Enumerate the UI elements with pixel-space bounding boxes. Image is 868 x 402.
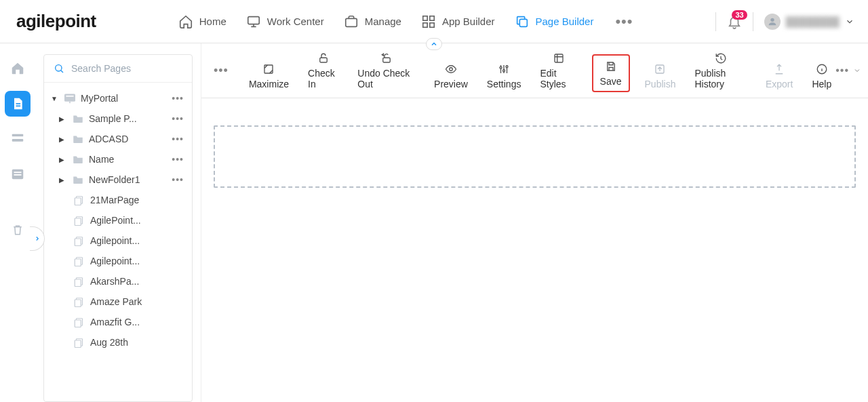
tree-page[interactable]: Amazfit G... (47, 312, 189, 332)
tree-label: Agilepoint... (90, 235, 185, 246)
tree-page[interactable]: 21MarPage (47, 190, 189, 210)
action-label: Check In (308, 68, 338, 89)
chevron-down-icon: ▼ (51, 95, 59, 102)
svg-point-37 (450, 68, 453, 71)
maximize-button[interactable]: Maximize (245, 60, 293, 92)
help-button[interactable]: Help (808, 60, 835, 92)
svg-rect-8 (16, 103, 21, 104)
tree-page[interactable]: Agilepoint... (47, 251, 189, 271)
svg-rect-0 (248, 16, 260, 24)
copy-icon (514, 14, 530, 30)
svg-rect-33 (75, 340, 81, 348)
tree-page[interactable]: Amaze Park (47, 292, 189, 312)
svg-rect-16 (64, 94, 75, 102)
action-label: Settings (487, 79, 521, 89)
nav-label: Manage (365, 16, 401, 27)
svg-rect-4 (423, 22, 427, 26)
settings-button[interactable]: Settings (483, 60, 526, 92)
nav-more-button[interactable]: ••• (615, 13, 633, 31)
nav-label: Home (199, 16, 226, 27)
svg-rect-27 (75, 279, 81, 287)
edit-styles-button[interactable]: Edit Styles (536, 49, 580, 92)
svg-rect-29 (75, 300, 81, 307)
tree-label: AgilePoint... (90, 215, 185, 226)
page-icon (73, 194, 86, 206)
tree-page[interactable]: AkarshPa... (47, 271, 189, 292)
row-menu-button[interactable]: ••• (170, 113, 185, 124)
tree-page[interactable]: AgilePoint... (47, 210, 189, 230)
notifications-button[interactable]: 33 (727, 14, 742, 29)
search-icon (54, 63, 64, 74)
toolbar-more-right[interactable]: ••• (835, 64, 861, 77)
collapse-header-button[interactable] (426, 38, 442, 50)
undo-checkout-button[interactable]: Undo Check Out (353, 49, 419, 92)
tree-root-myportal[interactable]: ▼ MyPortal ••• (47, 88, 189, 108)
grid-icon (420, 14, 437, 30)
expand-rail-button[interactable] (30, 226, 45, 251)
divider (715, 12, 716, 31)
preview-button[interactable]: Preview (430, 60, 472, 92)
nav-label: Work Center (267, 16, 324, 27)
svg-rect-14 (14, 174, 22, 176)
form-icon (10, 132, 25, 146)
svg-rect-6 (519, 19, 527, 26)
folder-icon (71, 113, 85, 125)
publish-button[interactable]: Publish (641, 60, 680, 92)
action-label: Preview (434, 79, 468, 89)
eye-icon (444, 62, 458, 76)
nav-manage[interactable]: Manage (343, 14, 401, 30)
publish-icon (654, 62, 666, 76)
toolbar-more-left[interactable]: ••• (214, 64, 229, 78)
nav-work-center[interactable]: Work Center (245, 14, 324, 30)
checkin-button[interactable]: Check In (304, 49, 342, 92)
row-menu-button[interactable]: ••• (170, 174, 185, 185)
action-label: Save (600, 76, 622, 87)
tree-page[interactable]: Aug 28th (47, 332, 189, 353)
user-menu[interactable]: ████████ (764, 14, 854, 30)
row-menu-button[interactable]: ••• (170, 93, 185, 104)
nav-app-builder[interactable]: App Builder (420, 14, 495, 30)
tree-page[interactable]: Agilepoint... (47, 230, 189, 251)
svg-rect-9 (16, 106, 21, 107)
rail-library[interactable] (5, 161, 31, 187)
tree-label: Sample P... (89, 113, 166, 124)
trash-icon (11, 223, 24, 237)
action-label: Publish History (694, 68, 746, 89)
chevron-right-icon: ▶ (59, 176, 67, 184)
tree-folder[interactable]: ▶ NewFolder1 ••• (47, 169, 189, 190)
page-icon (73, 235, 86, 247)
row-menu-button[interactable]: ••• (170, 154, 185, 165)
drop-region[interactable] (214, 125, 856, 188)
rail-home[interactable] (5, 56, 31, 81)
action-label: Export (766, 79, 793, 89)
search-input[interactable] (71, 63, 190, 74)
rail-pages[interactable] (5, 91, 31, 117)
svg-point-39 (503, 70, 505, 72)
page-canvas[interactable] (201, 98, 868, 402)
tree-label: NewFolder1 (89, 174, 166, 185)
action-label: Publish (645, 79, 676, 89)
save-button[interactable]: Save (592, 54, 630, 92)
rail-trash[interactable] (5, 217, 31, 243)
lock-undo-icon (380, 52, 393, 65)
svg-rect-23 (75, 239, 81, 246)
pages-tree: ▼ MyPortal ••• ▶ Sample P... ••• ▶ ADCAS… (44, 83, 192, 401)
notification-badge: 33 (732, 10, 747, 20)
row-menu-button[interactable]: ••• (170, 134, 185, 144)
tree-folder[interactable]: ▶ Name ••• (47, 149, 189, 169)
tree-folder[interactable]: ▶ ADCASD ••• (47, 129, 189, 149)
monitor-icon (245, 14, 262, 30)
rail-components[interactable] (5, 126, 31, 152)
svg-rect-41 (555, 54, 563, 62)
lock-open-icon (317, 52, 330, 65)
nav-home[interactable]: Home (178, 14, 226, 30)
home-icon (178, 14, 194, 30)
svg-point-7 (770, 18, 774, 21)
action-label: Help (812, 79, 831, 89)
app-logo[interactable]: agilepoint (16, 11, 96, 32)
nav-page-builder[interactable]: Page Builder (514, 14, 594, 30)
tree-folder[interactable]: ▶ Sample P... ••• (47, 108, 189, 129)
export-button[interactable]: Export (762, 60, 797, 92)
list-icon (10, 167, 25, 182)
publish-history-button[interactable]: Publish History (690, 49, 750, 92)
